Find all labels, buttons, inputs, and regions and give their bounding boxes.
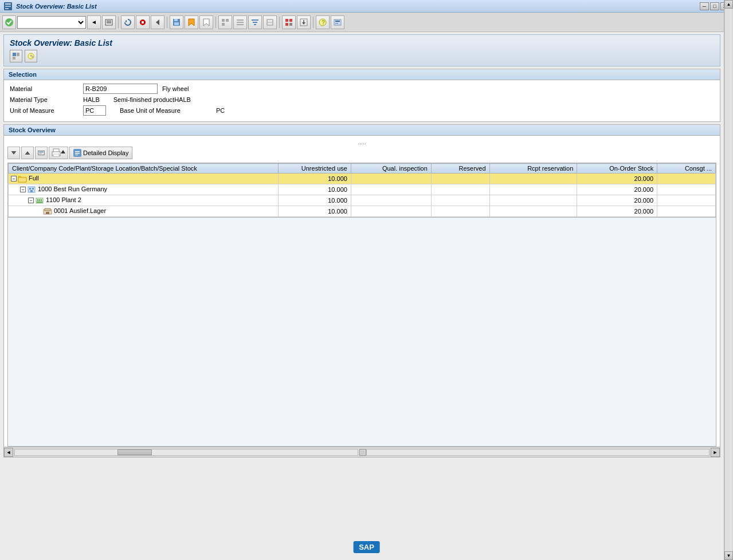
title-bar-text: Stock Overview: Basic List bbox=[16, 3, 97, 10]
title-icon-2[interactable]: ✎ bbox=[25, 50, 37, 62]
bookmark-button[interactable] bbox=[185, 15, 198, 29]
detailed-display-button[interactable]: Detailed Display bbox=[69, 147, 132, 159]
stock-tree-table: Client/Company Code/Plant/Storage Locati… bbox=[8, 163, 716, 217]
rcptReservation-cell bbox=[489, 206, 577, 217]
bookmark2-button[interactable] bbox=[199, 15, 213, 29]
nav-back-button[interactable]: ◄ bbox=[87, 15, 101, 29]
table-row[interactable]: − 1100 Plant 210.00020.000 bbox=[9, 195, 716, 206]
scroll-track[interactable] bbox=[14, 449, 358, 456]
right-scrollbar: ▲ ▼ bbox=[724, 0, 733, 560]
settings-button[interactable] bbox=[331, 15, 344, 29]
tree-table-container[interactable]: Client/Company Code/Plant/Storage Locati… bbox=[7, 163, 716, 218]
expand-icon[interactable]: − bbox=[20, 187, 26, 192]
svg-rect-24 bbox=[253, 22, 257, 23]
tree-cell: − 1100 Plant 2 bbox=[9, 195, 279, 206]
unrestricted-cell: 10.000 bbox=[278, 184, 351, 195]
svg-marker-16 bbox=[203, 19, 209, 26]
stop-button[interactable] bbox=[136, 15, 150, 29]
base-uom-label: Base Unit of Measure bbox=[120, 107, 211, 114]
scroll-thumb[interactable] bbox=[117, 449, 152, 455]
scroll-down-button[interactable]: ▼ bbox=[724, 551, 733, 560]
unrestricted-cell: 10.000 bbox=[278, 195, 351, 206]
material-type-value: HALB bbox=[83, 96, 100, 103]
expand-icon[interactable]: − bbox=[28, 198, 34, 203]
scroll-left-button[interactable]: ◄ bbox=[4, 448, 13, 457]
qualInspection-cell bbox=[351, 206, 431, 217]
unrestricted-cell: 10.000 bbox=[278, 173, 351, 184]
right-scroll-track[interactable] bbox=[725, 9, 732, 551]
tree-cell: 0001 Auslief.Lager bbox=[9, 206, 279, 217]
export-button[interactable] bbox=[297, 15, 311, 29]
print-button[interactable] bbox=[49, 147, 68, 159]
cmd2-button[interactable] bbox=[233, 15, 247, 29]
svg-rect-42 bbox=[13, 57, 15, 60]
svg-rect-41 bbox=[17, 53, 19, 56]
scroll-track-right[interactable] bbox=[366, 449, 710, 456]
maximize-button[interactable]: □ bbox=[710, 2, 719, 10]
table-row[interactable]: 0001 Auslief.Lager10.00020.000 bbox=[9, 206, 716, 217]
stock-overview-panel: Stock Overview ..... bbox=[3, 124, 720, 458]
svg-rect-67 bbox=[37, 202, 42, 203]
reserved-cell bbox=[431, 184, 489, 195]
material-input[interactable] bbox=[83, 84, 158, 94]
table-row[interactable]: − Full10.00020.000 bbox=[9, 173, 716, 184]
svg-text:?: ? bbox=[322, 19, 325, 26]
refresh-button[interactable] bbox=[121, 15, 135, 29]
help-button[interactable]: ? bbox=[316, 15, 330, 29]
cmd1-button[interactable] bbox=[218, 15, 232, 29]
onOrderStock-cell: 20.000 bbox=[577, 184, 657, 195]
stock-overview-header: Stock Overview bbox=[4, 125, 720, 136]
svg-rect-17 bbox=[222, 19, 225, 22]
minimize-button[interactable]: ─ bbox=[700, 2, 709, 10]
svg-marker-46 bbox=[25, 151, 30, 155]
svg-marker-53 bbox=[61, 150, 65, 153]
app-icon bbox=[3, 2, 13, 11]
reserved-cell bbox=[431, 195, 489, 206]
svg-rect-29 bbox=[289, 19, 292, 22]
cmd4-button[interactable] bbox=[263, 15, 277, 29]
sap-logo-area: SAP bbox=[353, 541, 380, 553]
reserved-cell bbox=[431, 206, 489, 217]
svg-rect-2 bbox=[5, 6, 11, 7]
cmd3-button[interactable] bbox=[248, 15, 262, 29]
scroll-dots: :: bbox=[359, 449, 366, 456]
svg-rect-66 bbox=[41, 199, 42, 201]
svg-rect-47 bbox=[38, 151, 45, 155]
svg-rect-49 bbox=[39, 153, 42, 154]
detailed-display-icon bbox=[73, 149, 81, 157]
uom-row: Unit of Measure Base Unit of Measure PC bbox=[10, 105, 714, 116]
command-dropdown[interactable] bbox=[17, 16, 86, 29]
sap-logo: SAP bbox=[353, 541, 380, 553]
svg-rect-10 bbox=[142, 21, 144, 23]
page-title-section: Stock Overview: Basic List ✎ bbox=[3, 34, 720, 66]
col-consgt-header: Consgt ... bbox=[657, 164, 716, 173]
back-button[interactable] bbox=[151, 15, 164, 29]
consgt-cell bbox=[657, 195, 716, 206]
grid-button[interactable] bbox=[282, 15, 296, 29]
uom-input[interactable] bbox=[83, 105, 106, 116]
nav-history-button[interactable] bbox=[102, 15, 116, 29]
settings-btn[interactable] bbox=[35, 147, 48, 159]
material-value: Fly wheel bbox=[162, 85, 189, 92]
title-icon-1[interactable] bbox=[10, 50, 22, 62]
tree-cell: − Full bbox=[9, 173, 279, 184]
svg-rect-14 bbox=[174, 22, 179, 25]
table-header-row: Client/Company Code/Plant/Storage Locati… bbox=[9, 164, 716, 173]
uom-label: Unit of Measure bbox=[10, 107, 79, 114]
svg-rect-28 bbox=[285, 19, 288, 22]
svg-marker-15 bbox=[189, 19, 194, 26]
collapse-all-button[interactable] bbox=[21, 147, 34, 159]
unrestricted-cell: 10.000 bbox=[278, 206, 351, 217]
scroll-up-button[interactable]: ▲ bbox=[724, 0, 733, 9]
save-button[interactable] bbox=[170, 15, 183, 29]
expand-all-button[interactable] bbox=[7, 147, 20, 159]
expand-icon[interactable]: − bbox=[11, 176, 17, 182]
scroll-right-button[interactable]: ► bbox=[711, 448, 720, 457]
svg-rect-58 bbox=[18, 178, 26, 182]
onOrderStock-cell: 20.000 bbox=[577, 206, 657, 217]
node-label: 1100 Plant 2 bbox=[46, 196, 81, 203]
table-row[interactable]: − 1000 Best Run Germany10.00020.000 bbox=[9, 184, 716, 195]
bottom-scrollbar[interactable]: ◄ :: ► bbox=[4, 447, 720, 457]
check-button[interactable] bbox=[2, 15, 16, 29]
svg-text:✎: ✎ bbox=[30, 54, 34, 60]
